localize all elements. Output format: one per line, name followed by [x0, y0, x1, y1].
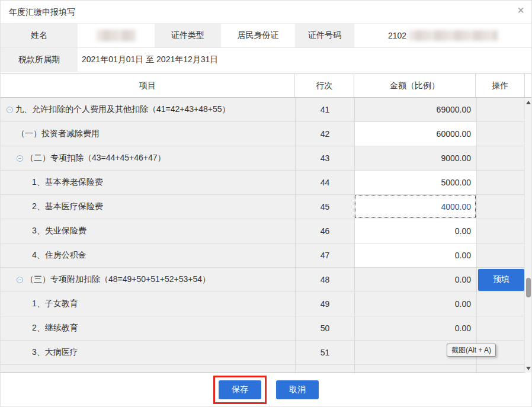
line-no-cell: 43	[295, 146, 354, 170]
period-value: 2021年01月01日 至 2021年12月31日	[78, 48, 531, 72]
amount-input[interactable]: 5000.00	[354, 171, 476, 194]
line-no-cell: 41	[295, 98, 354, 121]
operation-cell	[476, 219, 525, 243]
name-value	[78, 24, 155, 47]
dialog-footer: 保存 取消	[1, 373, 531, 406]
scrollbar-thumb[interactable]	[526, 278, 531, 297]
operation-cell	[476, 316, 525, 340]
table-row: 1、基本养老保险费 44 5000.00	[1, 171, 531, 195]
amount-cell: 69000.00	[354, 98, 476, 121]
operation-cell	[476, 243, 525, 267]
line-no-cell: 51	[295, 341, 354, 364]
item-cell: 3、失业保险费	[1, 219, 295, 243]
redacted-id-number	[409, 30, 498, 41]
info-row-period: 税款所属期 2021年01月01日 至 2021年12月31日	[1, 48, 531, 72]
item-cell: 2、基本医疗保险费	[1, 195, 295, 219]
id-number-prefix: 2102	[388, 31, 406, 40]
table-row: （一）投资者减除费用 42 60000.00	[1, 122, 531, 146]
collapse-icon[interactable]	[7, 107, 13, 113]
line-no-cell: 48	[295, 268, 354, 291]
table-row: 1、子女教育 49 0.00	[1, 292, 531, 316]
redacted-name-value	[97, 30, 136, 41]
table-header: 项目 行次 金额（比例） 操作	[1, 74, 531, 98]
scroll-up-icon[interactable]	[526, 101, 531, 104]
cancel-button[interactable]: 取消	[276, 380, 319, 399]
item-cell: 1、子女教育	[1, 292, 295, 316]
prefill-button[interactable]: 预填	[478, 269, 524, 291]
table-row: （二）专项扣除（43=44+45+46+47） 43 9000.00	[1, 146, 531, 171]
table-row: 2、基本医疗保险费 45 4000.00	[1, 195, 531, 219]
table-row: 4、住房公积金 47 0.00	[1, 243, 531, 268]
line-no-cell: 49	[295, 292, 354, 316]
line-no-cell: 50	[295, 316, 354, 340]
table-row: 3、失业保险费 46 0.00	[1, 219, 531, 243]
id-type-label: 证件类型	[155, 24, 221, 47]
table-row-clipped	[1, 365, 531, 373]
screenshot-tooltip: 截图(Alt + A)	[447, 344, 496, 357]
taxpayer-info: 姓名 证件类型 居民身份证 证件号码 2102 税款所属期 2021年01月01…	[1, 24, 531, 72]
header-amount: 金额（比例）	[354, 74, 476, 97]
operation-cell: 预填	[476, 268, 525, 291]
id-number-label: 证件号码	[295, 24, 354, 47]
item-cell: （二）专项扣除（43=44+45+46+47）	[1, 146, 295, 170]
header-line-no: 行次	[294, 74, 354, 97]
amount-cell: 0.00	[354, 268, 476, 291]
annotation-highlight-box: 保存	[213, 376, 267, 404]
vertical-scrollbar[interactable]	[524, 98, 531, 373]
amount-input-focused[interactable]: 4000.00	[354, 195, 476, 219]
operation-cell	[476, 292, 525, 316]
table-row: 2、继续教育 50 0.00	[1, 316, 531, 341]
item-cell: 2、继续教育	[1, 316, 295, 340]
item-cell: 3、大病医疗	[1, 341, 295, 364]
line-no-cell: 46	[295, 219, 354, 243]
amount-cell: 0.00	[354, 292, 476, 316]
id-number-value: 2102	[354, 24, 531, 47]
line-no-cell: 44	[295, 171, 354, 194]
table-row: 九、允许扣除的个人费用及其他扣除（41=42+43+48+55） 41 6900…	[1, 98, 531, 122]
dialog-titlebar: 年度汇缴申报填写 ×	[1, 1, 531, 24]
line-no-cell: 42	[295, 122, 354, 146]
info-row-identity: 姓名 证件类型 居民身份证 证件号码 2102	[1, 24, 531, 48]
amount-input[interactable]: 60000.00	[354, 122, 476, 146]
id-type-value: 居民身份证	[221, 24, 295, 47]
annual-settlement-dialog: 年度汇缴申报填写 × 姓名 证件类型 居民身份证 证件号码 2102 税款所属期…	[0, 0, 532, 407]
scroll-down-icon[interactable]	[526, 367, 531, 370]
item-cell: 1、基本养老保险费	[1, 171, 295, 194]
header-item: 项目	[1, 74, 294, 97]
amount-cell: 9000.00	[354, 146, 476, 170]
table-body: 九、允许扣除的个人费用及其他扣除（41=42+43+48+55） 41 6900…	[1, 98, 531, 373]
collapse-icon[interactable]	[17, 155, 23, 162]
item-cell: 九、允许扣除的个人费用及其他扣除（41=42+43+48+55）	[1, 98, 295, 121]
item-cell: （一）投资者减除费用	[1, 122, 295, 146]
operation-cell	[476, 98, 525, 121]
amount-cell: 0.00	[354, 316, 476, 340]
header-operation: 操作	[475, 74, 524, 97]
period-label: 税款所属期	[1, 48, 78, 72]
operation-cell	[476, 171, 525, 194]
close-icon[interactable]: ×	[517, 4, 524, 16]
line-no-cell: 45	[295, 195, 354, 219]
deduction-table: 项目 行次 金额（比例） 操作 九、允许扣除的个人费用及其他扣除（41=42+4…	[1, 73, 531, 373]
line-no-cell: 47	[295, 243, 354, 267]
item-cell: 4、住房公积金	[1, 243, 295, 267]
dialog-title: 年度汇缴申报填写	[9, 7, 75, 18]
item-cell: （三）专项附加扣除（48=49+50+51+52+53+54）	[1, 268, 295, 291]
save-button[interactable]: 保存	[219, 380, 261, 399]
amount-input[interactable]: 0.00	[354, 219, 476, 243]
operation-cell	[476, 146, 525, 170]
amount-input[interactable]: 0.00	[354, 243, 476, 267]
collapse-icon[interactable]	[17, 277, 23, 283]
header-scroll-gutter	[524, 74, 531, 97]
operation-cell	[476, 122, 525, 146]
table-row: （三）专项附加扣除（48=49+50+51+52+53+54） 48 0.00 …	[1, 268, 531, 292]
name-label: 姓名	[1, 24, 78, 47]
operation-cell	[476, 195, 525, 219]
